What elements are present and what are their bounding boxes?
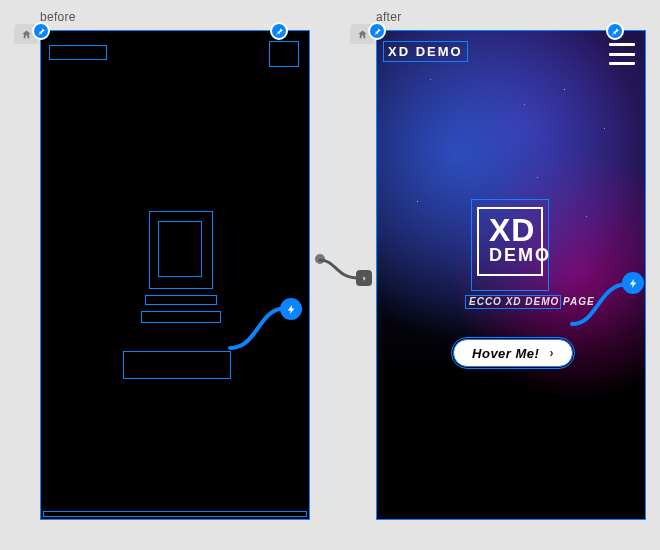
button-placeholder[interactable]: [123, 351, 231, 379]
flow-connector-handle[interactable]: [313, 252, 327, 266]
pin-icon[interactable]: [270, 22, 288, 40]
lightning-trigger-icon[interactable]: [280, 298, 302, 320]
subline-placeholder[interactable]: [141, 311, 221, 323]
tagline-text: ECCO XD DEMO PAGE: [469, 296, 595, 307]
design-canvas[interactable]: before after XD DEMO: [0, 0, 660, 550]
menu-placeholder[interactable]: [269, 41, 299, 67]
artboard-after[interactable]: XD DEMO XD DEMO ECCO XD DEMO PAGE Hover …: [376, 30, 646, 520]
logo-box[interactable]: XD DEMO: [477, 207, 543, 276]
pin-icon[interactable]: [368, 22, 386, 40]
artboard-label-before: before: [40, 10, 76, 24]
brand-placeholder[interactable]: [49, 45, 107, 60]
chevron-right-icon: ›: [549, 346, 554, 360]
pin-icon[interactable]: [606, 22, 624, 40]
artboard-before[interactable]: [40, 30, 310, 520]
footer-bar-placeholder[interactable]: [43, 511, 307, 517]
brand-text[interactable]: XD DEMO: [383, 41, 468, 62]
lightning-trigger-icon[interactable]: [622, 272, 644, 294]
logo-line1: XD: [489, 215, 531, 245]
crowd-silhouette: [377, 379, 645, 519]
logo-inner-placeholder[interactable]: [158, 221, 202, 277]
hamburger-menu-icon[interactable]: [609, 43, 635, 65]
tagline-placeholder[interactable]: [145, 295, 217, 305]
button-label: Hover Me!: [472, 346, 539, 361]
hover-me-button[interactable]: Hover Me! ›: [453, 339, 573, 367]
pin-icon[interactable]: [32, 22, 50, 40]
flow-arrow-icon[interactable]: [356, 270, 372, 286]
logo-line2: DEMO: [489, 245, 531, 266]
